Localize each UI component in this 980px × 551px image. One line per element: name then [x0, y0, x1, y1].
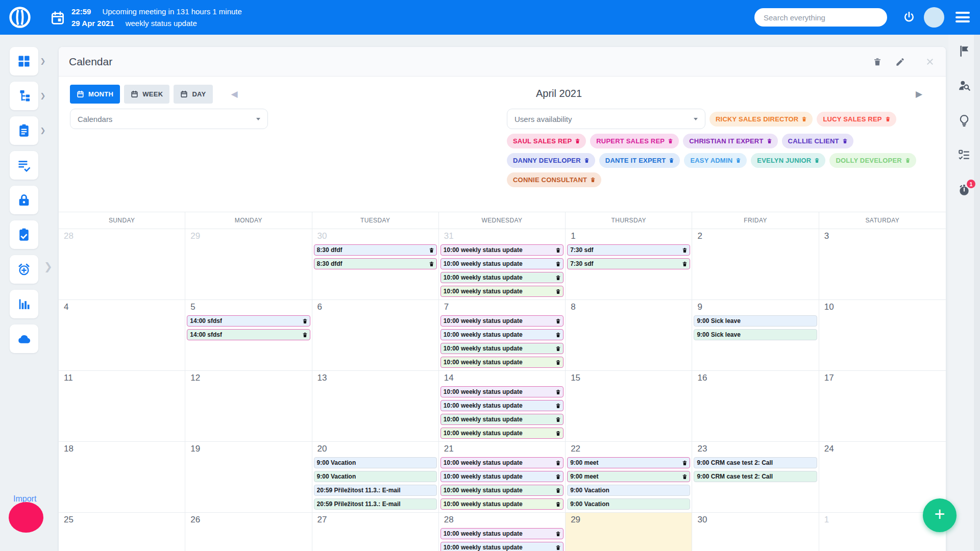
notification-blob[interactable]	[9, 502, 43, 533]
day-cell[interactable]: 28	[59, 229, 185, 300]
day-cell[interactable]: 29	[185, 229, 312, 300]
day-cell[interactable]: 29	[566, 513, 692, 551]
scrollbar[interactable]	[974, 35, 980, 551]
trash-icon[interactable]	[886, 116, 890, 122]
calendar-event[interactable]: 10:00 weekly status update	[440, 414, 564, 425]
trash-icon[interactable]	[669, 158, 674, 163]
rail-item-task-list[interactable]	[958, 148, 971, 164]
day-cell[interactable]: 25	[59, 513, 185, 551]
availability-tag[interactable]: EASY ADMIN	[684, 153, 747, 168]
trash-icon[interactable]	[556, 289, 560, 294]
trash-icon[interactable]	[556, 346, 560, 352]
rail-item-timer[interactable]: 1	[958, 183, 971, 198]
delete-icon[interactable]	[873, 57, 882, 67]
trash-icon[interactable]	[556, 403, 560, 409]
day-cell[interactable]: 30	[692, 513, 819, 551]
day-cell[interactable]: 1410:00 weekly status update10:00 weekly…	[439, 371, 566, 442]
day-cell[interactable]: 16	[692, 371, 819, 442]
trash-icon[interactable]	[556, 389, 560, 395]
trash-icon[interactable]	[682, 460, 687, 466]
trash-icon[interactable]	[682, 261, 687, 267]
users-availability-select[interactable]: Users availability	[507, 109, 705, 129]
trash-icon[interactable]	[802, 116, 806, 122]
day-cell[interactable]: 308:30 dfdf8:30 dfdf	[312, 229, 439, 300]
calendar-event[interactable]: 9:00 Vacation	[314, 471, 437, 482]
next-month-icon[interactable]: ▶	[916, 89, 922, 99]
sidebar-item-alarm-plus[interactable]	[10, 255, 38, 284]
close-icon[interactable]	[925, 57, 935, 66]
day-cell[interactable]: 2110:00 weekly status update10:00 weekly…	[439, 442, 566, 513]
trash-icon[interactable]	[556, 360, 560, 365]
calendar-event[interactable]: 10:00 weekly status update	[440, 498, 564, 510]
trash-icon[interactable]	[556, 545, 560, 550]
day-cell[interactable]: 12	[185, 371, 312, 442]
day-cell[interactable]: 4	[59, 300, 185, 371]
sidebar-item-dashboard[interactable]: ❯	[10, 47, 38, 76]
trash-icon[interactable]	[556, 431, 560, 436]
trash-icon[interactable]	[556, 247, 560, 253]
calendar-event[interactable]: 14:00 sfdsf	[187, 315, 310, 327]
trash-icon[interactable]	[556, 275, 560, 281]
trash-icon[interactable]	[591, 177, 595, 183]
calendar-event[interactable]: 9:00 Vacation	[567, 485, 690, 496]
sidebar-expand-icon[interactable]: ❯	[44, 260, 53, 272]
chevron-right-icon[interactable]: ❯	[40, 57, 46, 65]
calendar-event[interactable]: 9:00 Vacation	[314, 457, 437, 468]
calendar-event[interactable]: 9:00 Sick leave	[694, 329, 817, 340]
upcoming-meeting-banner[interactable]: 22:59Upcoming meeting in 131 hours 1 min…	[71, 6, 242, 29]
day-cell[interactable]: 8	[566, 300, 692, 371]
availability-tag[interactable]: DOLLY DEVELOPER	[829, 153, 916, 168]
menu-icon[interactable]	[955, 12, 970, 25]
day-cell[interactable]: 17:30 sdf7:30 sdf	[566, 229, 692, 300]
calendar-event[interactable]: 9:00 CRM case test 2: Call	[694, 457, 817, 468]
calendar-event[interactable]: 10:00 weekly status update	[440, 329, 564, 340]
day-cell[interactable]: 24	[819, 442, 946, 513]
calendar-event[interactable]: 9:00 CRM case test 2: Call	[694, 471, 817, 482]
sidebar-item-clipboard-list[interactable]: ❯	[10, 116, 38, 145]
availability-tag[interactable]: CHRISTIAN IT EXPERT	[683, 134, 777, 148]
day-cell[interactable]: 3110:00 weekly status update10:00 weekly…	[439, 229, 566, 300]
sidebar-item-bar-chart[interactable]	[10, 290, 38, 318]
day-cell[interactable]: 99:00 Sick leave9:00 Sick leave	[692, 300, 819, 371]
sidebar-item-lock[interactable]	[10, 186, 38, 214]
rail-item-lightbulb[interactable]	[958, 114, 971, 129]
chevron-right-icon[interactable]: ❯	[40, 92, 46, 99]
rail-item-user-search[interactable]	[958, 79, 971, 94]
availability-tag[interactable]: SAUL SALES REP	[507, 134, 586, 148]
sidebar-item-cloud[interactable]	[10, 324, 38, 353]
user-avatar[interactable]	[924, 7, 944, 28]
trash-icon[interactable]	[682, 247, 687, 253]
day-cell[interactable]: 13	[312, 371, 439, 442]
availability-tag[interactable]: DANNY DEVELOPER	[507, 153, 595, 168]
calendar-event[interactable]: 10:00 weekly status update	[440, 457, 564, 468]
availability-tag[interactable]: RUPERT SALES REP	[590, 134, 679, 148]
day-cell[interactable]: 514:00 sfdsf14:00 sfdsf	[185, 300, 312, 371]
trash-icon[interactable]	[556, 488, 560, 493]
chevron-right-icon[interactable]: ❯	[40, 127, 46, 134]
day-cell[interactable]: 6	[312, 300, 439, 371]
calendar-event[interactable]: 10:00 weekly status update	[440, 286, 564, 297]
availability-tag[interactable]: DANTE IT EXPERT	[599, 153, 680, 168]
sidebar-item-hierarchy[interactable]: ❯	[10, 82, 38, 110]
calendar-event[interactable]: 10:00 weekly status update	[440, 471, 564, 482]
trash-icon[interactable]	[905, 158, 910, 163]
calendar-event[interactable]: 10:00 weekly status update	[440, 400, 564, 411]
day-cell[interactable]: 710:00 weekly status update10:00 weekly …	[439, 300, 566, 371]
trash-icon[interactable]	[556, 531, 560, 537]
search-input[interactable]	[754, 8, 887, 27]
availability-tag[interactable]: LUCY SALES REP	[817, 112, 896, 127]
calendar-event[interactable]: 9:00 Sick leave	[694, 315, 817, 327]
trash-icon[interactable]	[682, 474, 687, 480]
calendar-event[interactable]: 10:00 weekly status update	[440, 357, 564, 368]
day-cell[interactable]: 229:00 meet9:00 meet9:00 Vacation9:00 Va…	[566, 442, 692, 513]
calendar-event[interactable]: 9:00 meet	[567, 471, 690, 482]
day-cell[interactable]: 26	[185, 513, 312, 551]
calendar-event[interactable]: 10:00 weekly status update	[440, 386, 564, 397]
power-icon[interactable]	[902, 11, 916, 26]
trash-icon[interactable]	[556, 460, 560, 466]
calendar-event[interactable]: 20:59 Příležitost 11.3.: E-mail	[314, 498, 437, 510]
trash-icon[interactable]	[584, 158, 589, 163]
trash-icon[interactable]	[556, 332, 560, 338]
trash-icon[interactable]	[668, 138, 673, 144]
availability-tag[interactable]: CONNIE CONSULTANT	[507, 172, 601, 187]
